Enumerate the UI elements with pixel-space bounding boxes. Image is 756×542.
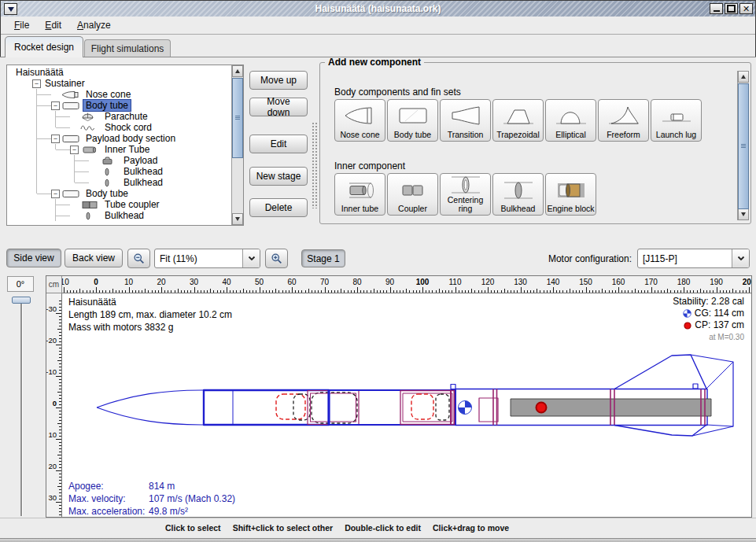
- move-down-button[interactable]: Move down: [249, 98, 308, 116]
- v-ruler-label: -30: [46, 305, 57, 313]
- tab-flight-simulations[interactable]: Flight simulations: [84, 39, 171, 57]
- launch-lugs[interactable]: [451, 384, 698, 389]
- tree-item-body-tube[interactable]: −Body tube: [7, 188, 231, 199]
- tree-scrollbar-thumb[interactable]: [232, 78, 243, 158]
- tree-scrollbar[interactable]: [231, 65, 243, 225]
- fin-set-outline[interactable]: [614, 355, 733, 436]
- shock-cord-outline[interactable]: [293, 393, 357, 423]
- component-button-launch-lug[interactable]: Launch lug: [651, 99, 702, 142]
- menu-edit[interactable]: Edit: [38, 18, 68, 32]
- component-button-inner-tube[interactable]: Inner tube: [334, 173, 385, 216]
- rocket-canvas[interactable]: Haisunäätä Length 189 cm, max. diameter …: [62, 293, 751, 517]
- zoom-in-button[interactable]: [265, 249, 288, 268]
- stage-1-toggle[interactable]: Stage 1: [301, 249, 345, 267]
- rocket-info-text: Haisunäätä Length 189 cm, max. diameter …: [68, 296, 232, 334]
- tree-item-label: Body tube: [83, 100, 131, 111]
- component-panel-scrollbar[interactable]: [737, 71, 749, 220]
- minimize-button[interactable]: [710, 3, 723, 14]
- component-button-body-tube[interactable]: Body tube: [387, 99, 438, 142]
- tree-item-nose-cone[interactable]: Nose cone: [7, 89, 231, 100]
- body-tube-icon: [61, 134, 83, 144]
- delete-button[interactable]: Delete: [249, 198, 308, 217]
- tube-coupler-outline[interactable]: [308, 391, 359, 425]
- maximize-button[interactable]: [725, 3, 738, 14]
- close-button[interactable]: ✕: [739, 3, 753, 14]
- tree-item-bulkhead[interactable]: Bulkhead: [7, 177, 231, 188]
- component-button-trapezoidal[interactable]: Trapezoidal: [492, 99, 544, 142]
- magnifier-minus-icon: [133, 252, 145, 266]
- component-button-freeform[interactable]: Freeform: [598, 99, 649, 142]
- system-menu-icon[interactable]: [4, 3, 17, 15]
- tree-expander-icon[interactable]: −: [32, 79, 41, 88]
- ruler-unit-label: cm: [46, 276, 62, 293]
- rotation-slider-track[interactable]: [20, 304, 23, 516]
- scroll-down-icon[interactable]: [232, 213, 243, 225]
- payload-body-section-outline[interactable]: [329, 390, 455, 425]
- scroll-up-icon[interactable]: [738, 71, 749, 83]
- component-button-transition[interactable]: Transition: [440, 99, 491, 142]
- tree-item-shock-cord[interactable]: Shock cord: [7, 122, 231, 133]
- inner-tube-outline[interactable]: [400, 390, 455, 425]
- motor-configuration-select[interactable]: [J115-P]: [637, 249, 750, 268]
- component-tree[interactable]: Haisunäätä−SustainerNose cone−Body tubeP…: [6, 65, 244, 226]
- rotation-slider-thumb[interactable]: [12, 297, 31, 304]
- component-button-bulkhead[interactable]: Bulkhead: [492, 173, 544, 216]
- component-button-engine-block[interactable]: Engine block: [545, 173, 596, 216]
- tree-item-haisun-t-[interactable]: Haisunäätä: [7, 67, 231, 78]
- tree-item-sustainer[interactable]: −Sustainer: [7, 78, 231, 89]
- scroll-up-icon[interactable]: [232, 65, 243, 77]
- flight-value: 107 m/s (Mach 0.32): [149, 492, 235, 505]
- component-button-centering-ring[interactable]: Centering ring: [440, 173, 491, 216]
- side-view-button[interactable]: Side view: [6, 249, 61, 267]
- menu-file[interactable]: File: [7, 18, 36, 32]
- tree-expander-icon[interactable]: −: [51, 135, 60, 143]
- h-ruler-label: -10: [62, 278, 74, 286]
- status-bar: Click to selectShift+click to select oth…: [0, 518, 756, 538]
- nose-cone-outline[interactable]: [97, 390, 204, 425]
- move-up-button[interactable]: Move up: [249, 71, 308, 90]
- window-title: Haisunäätä (haisunaata.ork): [1, 3, 755, 14]
- new-stage-button[interactable]: New stage: [249, 167, 308, 186]
- tree-item-label: Bulkhead: [121, 166, 165, 177]
- component-button-label: Coupler: [398, 205, 427, 213]
- group-label-body-components-and-fin-sets: Body components and fin sets: [334, 87, 461, 98]
- tree-expander-icon[interactable]: −: [51, 101, 60, 110]
- splitter-divider[interactable]: [312, 122, 318, 208]
- v-ruler-label: -20: [46, 337, 57, 345]
- h-ruler-label: 170: [641, 278, 662, 286]
- body-tube-icon: [61, 101, 83, 111]
- zoom-level-select[interactable]: Fit (11%): [154, 249, 260, 268]
- back-view-button[interactable]: Back view: [65, 249, 123, 267]
- zoom-out-button[interactable]: [127, 249, 150, 268]
- component-button-nose-cone[interactable]: Nose cone: [334, 99, 385, 142]
- h-ruler-label: 190: [706, 278, 727, 286]
- scroll-down-icon[interactable]: [738, 208, 749, 220]
- component-scrollbar-thumb[interactable]: [738, 83, 749, 209]
- component-button-coupler[interactable]: Coupler: [387, 173, 438, 216]
- tree-item-payload-body-section[interactable]: −Payload body section: [7, 133, 231, 144]
- tree-expander-icon[interactable]: −: [51, 190, 60, 198]
- tree-item-label: Body tube: [83, 188, 131, 199]
- component-button-elliptical[interactable]: Elliptical: [545, 99, 596, 142]
- component-button-label: Body tube: [394, 131, 431, 139]
- tree-item-label: Shock cord: [102, 122, 154, 133]
- tree-item-bulkhead[interactable]: Bulkhead: [7, 166, 231, 177]
- title-bar[interactable]: Haisunäätä (haisunaata.ork) ✕: [1, 1, 755, 17]
- trapezoidal-icon: [501, 100, 536, 131]
- tree-item-tube-coupler[interactable]: Tube coupler: [7, 199, 231, 210]
- component-button-label: Trapezoidal: [496, 131, 539, 139]
- tree-item-bulkhead[interactable]: Bulkhead: [7, 210, 231, 221]
- freeform-icon: [607, 100, 641, 131]
- tab-rocket-design[interactable]: Rocket design: [5, 36, 83, 57]
- tree-item-body-tube[interactable]: −Body tube: [7, 100, 231, 111]
- parachute-outline[interactable]: [276, 394, 305, 419]
- tree-expander-icon[interactable]: −: [70, 146, 79, 154]
- tree-item-parachute[interactable]: Parachute: [7, 111, 231, 122]
- edit-button[interactable]: Edit: [249, 135, 308, 153]
- tree-item-label: Sustainer: [42, 78, 87, 89]
- tree-item-inner-tube[interactable]: −Inner Tube: [7, 144, 231, 155]
- menu-analyze[interactable]: Analyze: [70, 18, 118, 32]
- flight-label: Apogee:: [68, 480, 149, 492]
- inner-tube-icon: [80, 145, 102, 155]
- tree-item-payload[interactable]: Payload: [7, 155, 231, 166]
